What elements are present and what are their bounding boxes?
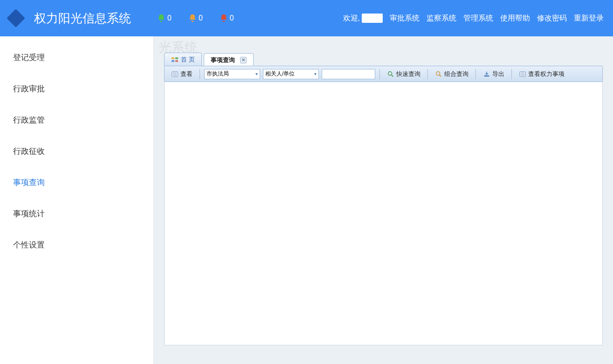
nav-relogin[interactable]: 重新登录 bbox=[574, 14, 604, 23]
app-title: 权力阳光信息系统 bbox=[34, 10, 131, 27]
username bbox=[362, 14, 383, 23]
separator bbox=[200, 69, 200, 79]
tab-home-label: 首 页 bbox=[181, 55, 195, 64]
bell-red[interactable]: 0 bbox=[219, 14, 234, 23]
download-icon bbox=[483, 70, 490, 78]
tab-query-label: 事项查询 bbox=[211, 56, 235, 64]
nav-management[interactable]: 管理系统 bbox=[463, 14, 493, 23]
svg-line-11 bbox=[440, 75, 441, 76]
sidebar-item-settings[interactable]: 个性设置 bbox=[0, 229, 153, 261]
svg-rect-2 bbox=[172, 60, 174, 62]
nav-change-password[interactable]: 修改密码 bbox=[537, 14, 567, 23]
search-input[interactable] bbox=[322, 69, 375, 79]
svg-rect-0 bbox=[172, 57, 174, 59]
quick-search-label: 快速查询 bbox=[396, 70, 420, 78]
relation-select-value: 相关人/单位 bbox=[265, 70, 295, 78]
export-label: 导出 bbox=[492, 70, 504, 78]
sidebar-item-stats[interactable]: 事项统计 bbox=[0, 198, 153, 229]
content-panel bbox=[164, 82, 603, 345]
view-power-button[interactable]: 查看权力事项 bbox=[516, 69, 567, 79]
bell-icon bbox=[157, 14, 166, 23]
sidebar: 登记受理 行政审批 行政监管 行政征收 事项查询 事项统计 个性设置 bbox=[0, 36, 154, 364]
search-icon bbox=[435, 70, 442, 78]
svg-line-9 bbox=[392, 75, 393, 76]
chevron-down-icon: ▾ bbox=[255, 71, 258, 76]
adv-search-button[interactable]: 组合查询 bbox=[432, 69, 471, 79]
bell-orange[interactable]: 0 bbox=[188, 14, 203, 23]
bell-count: 0 bbox=[167, 14, 172, 22]
separator bbox=[475, 69, 476, 79]
logo-icon bbox=[7, 9, 25, 27]
list-icon bbox=[171, 70, 179, 78]
sidebar-item-query[interactable]: 事项查询 bbox=[0, 167, 153, 198]
sidebar-item-supervision[interactable]: 行政监管 bbox=[0, 104, 153, 136]
search-icon bbox=[387, 70, 394, 78]
view-power-label: 查看权力事项 bbox=[528, 70, 565, 78]
svg-rect-3 bbox=[175, 60, 178, 62]
bell-count: 0 bbox=[230, 14, 234, 22]
list-icon bbox=[519, 70, 526, 78]
bell-count: 0 bbox=[199, 14, 203, 22]
close-icon[interactable]: ✕ bbox=[240, 57, 247, 63]
view-label: 查看 bbox=[180, 70, 193, 78]
tab-query[interactable]: 事项查询 ✕ bbox=[204, 53, 254, 66]
svg-rect-1 bbox=[175, 57, 178, 59]
tab-bar: 首 页 事项查询 ✕ bbox=[164, 53, 613, 66]
export-button[interactable]: 导出 bbox=[480, 69, 507, 79]
sidebar-item-collection[interactable]: 行政征收 bbox=[0, 136, 153, 167]
bell-icon bbox=[188, 14, 197, 23]
quick-search-button[interactable]: 快速查询 bbox=[384, 69, 423, 79]
separator bbox=[511, 69, 512, 79]
header: 权力阳光信息系统 0 0 0 欢迎, 审批系统 监察系统 管理系统 bbox=[0, 0, 613, 36]
adv-search-label: 组合查询 bbox=[444, 70, 468, 78]
relation-select[interactable]: 相关人/单位 ▾ bbox=[263, 69, 319, 79]
nav-right: 欢迎, 审批系统 监察系统 管理系统 使用帮助 修改密码 重新登录 bbox=[343, 14, 604, 23]
body: 登记受理 行政审批 行政监管 行政征收 事项查询 事项统计 个性设置 光系统 首… bbox=[0, 36, 613, 364]
nav-supervision[interactable]: 监察系统 bbox=[427, 14, 456, 23]
nav-help[interactable]: 使用帮助 bbox=[500, 14, 530, 23]
main-panel: 光系统 首 页 事项查询 ✕ bbox=[154, 36, 613, 364]
view-button[interactable]: 查看 bbox=[168, 69, 195, 79]
welcome-label: 欢迎, bbox=[343, 14, 360, 23]
svg-rect-12 bbox=[484, 75, 489, 76]
sidebar-item-approval[interactable]: 行政审批 bbox=[0, 73, 153, 104]
org-select-value: 市执法局 bbox=[207, 70, 229, 78]
nav-approval[interactable]: 审批系统 bbox=[390, 14, 420, 23]
welcome-text: 欢迎, bbox=[343, 14, 383, 23]
org-select[interactable]: 市执法局 ▾ bbox=[204, 69, 260, 79]
chevron-down-icon: ▾ bbox=[314, 71, 317, 76]
bell-icon bbox=[219, 14, 228, 23]
sidebar-item-register[interactable]: 登记受理 bbox=[0, 42, 153, 73]
svg-point-10 bbox=[436, 71, 440, 75]
home-icon bbox=[171, 56, 179, 63]
toolbar: 查看 市执法局 ▾ 相关人/单位 ▾ 快速查询 bbox=[164, 66, 603, 82]
tab-home[interactable]: 首 页 bbox=[164, 53, 202, 66]
notification-group: 0 0 0 bbox=[157, 14, 234, 23]
separator bbox=[427, 69, 428, 79]
svg-point-8 bbox=[388, 71, 392, 75]
separator bbox=[379, 69, 380, 79]
bell-green[interactable]: 0 bbox=[157, 14, 172, 23]
